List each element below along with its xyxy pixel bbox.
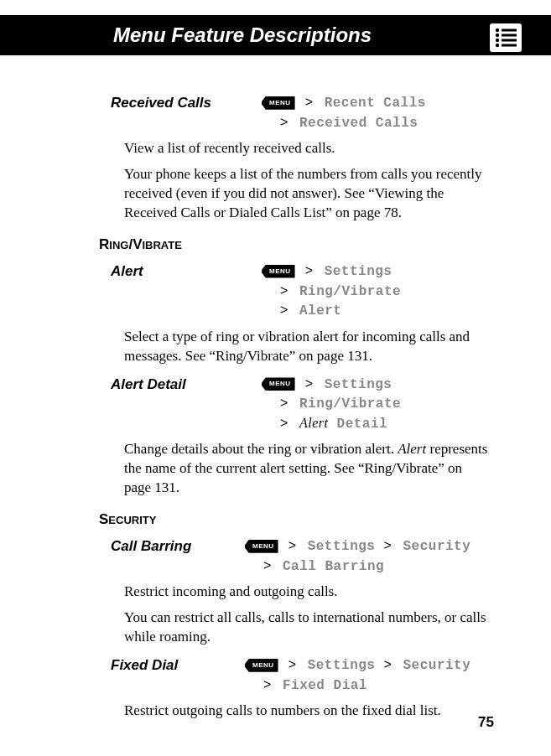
section-heading-ring-vibrate: RING/VIBRATE (99, 236, 491, 253)
page-number: 75 (478, 714, 494, 731)
heading-part: S (99, 511, 108, 527)
body-text: Restrict incoming and outgoing calls. (124, 583, 491, 602)
feature-title: Alert Detail (111, 375, 262, 393)
menu-key-icon: MENU (262, 96, 295, 110)
menu-path: MENU > Settings > Security > Call Barrin… (245, 536, 491, 576)
body-text: Your phone keeps a list of the numbers f… (124, 165, 491, 223)
menu-path: MENU > Recent Calls > Received Calls (262, 93, 491, 132)
body-text: Select a type of ring or vibration alert… (124, 328, 491, 366)
menu-key-icon: MENU (245, 540, 278, 553)
body-text: Restrict outgoing calls to numbers on th… (124, 702, 491, 721)
path-separator: > (280, 115, 288, 129)
menu-path: MENU > Settings > Security > Fixed Dial (245, 655, 491, 695)
feature-title: Alert (111, 261, 262, 280)
svg-rect-7 (502, 44, 517, 47)
path-item-italic: Alert (299, 416, 329, 430)
path-item: Received Calls (299, 116, 418, 131)
text-italic: Alert (398, 441, 426, 457)
path-item: Fixed Dial (283, 678, 367, 693)
feature-title: Fixed Dial (111, 655, 245, 674)
menu-key-icon: MENU (262, 377, 295, 391)
feature-alert-detail: Alert Detail MENU > Settings > Ring/Vibr… (111, 375, 491, 434)
page-title: Menu Feature Descriptions (113, 23, 372, 47)
path-item: Call Barring (283, 559, 384, 574)
heading-part: ING (109, 239, 128, 251)
svg-point-0 (496, 28, 499, 32)
svg-point-4 (496, 39, 499, 42)
feature-title: Received Calls (111, 93, 262, 111)
path-separator: > (305, 376, 314, 391)
heading-part: ECURITY (108, 514, 156, 526)
path-separator: > (384, 657, 392, 671)
path-item: Security (403, 658, 471, 673)
body-text: View a list of recently received calls. (124, 139, 491, 158)
path-separator: > (288, 538, 297, 552)
menu-key-icon: MENU (245, 659, 278, 672)
feature-fixed-dial: Fixed Dial MENU > Settings > Security > … (111, 655, 491, 695)
path-separator: > (288, 657, 297, 671)
path-item: Recent Calls (325, 96, 426, 111)
path-item: Ring/Vibrate (299, 284, 401, 299)
path-separator: > (280, 396, 288, 410)
path-separator: > (263, 558, 272, 572)
path-separator: > (384, 538, 392, 552)
feature-received-calls: Received Calls MENU > Recent Calls > Rec… (111, 93, 491, 132)
path-separator: > (263, 677, 272, 691)
path-item: Settings (325, 264, 392, 279)
path-item: Security (403, 539, 471, 554)
feature-title: Call Barring (111, 536, 245, 555)
section-heading-security: SECURITY (99, 511, 491, 528)
path-separator: > (280, 416, 288, 430)
text-span: Change details about the ring or vibrati… (124, 441, 398, 457)
header-bar: Menu Feature Descriptions (0, 15, 551, 55)
svg-rect-3 (502, 34, 517, 37)
svg-point-2 (496, 34, 499, 37)
list-icon (490, 23, 522, 52)
path-item: Settings (308, 658, 376, 673)
heading-part: R (99, 236, 109, 252)
feature-call-barring: Call Barring MENU > Settings > Security … (111, 536, 491, 576)
heading-part: IBRATE (142, 239, 181, 251)
svg-rect-1 (502, 29, 517, 32)
path-item: Settings (325, 377, 392, 392)
content-area: Received Calls MENU > Recent Calls > Rec… (0, 55, 551, 721)
path-item: Detail (328, 417, 387, 432)
path-separator: > (305, 263, 314, 277)
path-separator: > (280, 283, 288, 298)
menu-path: MENU > Settings > Ring/Vibrate > Alert D… (262, 375, 491, 434)
path-separator: > (280, 303, 288, 317)
path-separator: > (305, 95, 314, 109)
menu-key-icon: MENU (262, 265, 295, 278)
body-text: Change details about the ring or vibrati… (124, 440, 491, 498)
path-item: Settings (308, 539, 376, 554)
body-text: You can restrict all calls, calls to int… (124, 608, 491, 647)
menu-path: MENU > Settings > Ring/Vibrate > Alert (262, 261, 491, 321)
path-item: Alert (299, 303, 342, 318)
path-item: Ring/Vibrate (299, 396, 401, 412)
svg-point-6 (496, 44, 499, 47)
feature-alert: Alert MENU > Settings > Ring/Vibrate > A… (111, 261, 491, 321)
svg-rect-5 (502, 39, 517, 42)
heading-part: /V (128, 236, 142, 252)
